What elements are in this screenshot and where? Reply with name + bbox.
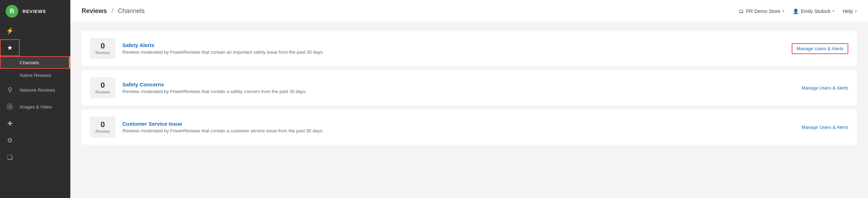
- review-count-number-1: 0: [101, 42, 105, 50]
- sidebar-item-native-reviews[interactable]: Native Reviews: [0, 69, 70, 81]
- search-icon[interactable]: ⚲: [0, 81, 20, 98]
- camera-icon[interactable]: ⓐ: [0, 98, 20, 115]
- store-icon: 🗂: [739, 8, 744, 14]
- breadcrumb-channels: Channels: [118, 7, 145, 14]
- review-count-box-3: 0 Reviews: [90, 117, 115, 138]
- header-right: 🗂 PR Demo Store ▾ 👤 Emily Stulock ▾ Help…: [739, 8, 857, 14]
- user-chevron-icon: ▾: [832, 9, 834, 13]
- review-count-label-2: Reviews: [95, 90, 110, 94]
- sidebar-item-images-video[interactable]: Images & Video: [20, 100, 70, 113]
- channel-name-2[interactable]: Safety Concerns: [122, 81, 794, 87]
- review-count-box-2: 0 Reviews: [90, 77, 115, 98]
- help-menu[interactable]: Help ▾: [843, 8, 857, 14]
- sidebar-item-network-reviews[interactable]: Network Reviews: [20, 84, 70, 96]
- copy-icon[interactable]: ❏: [0, 149, 20, 166]
- breadcrumb-reviews-link[interactable]: Reviews: [82, 7, 107, 14]
- sidebar-row-camera: ⓐ Images & Video: [0, 98, 70, 115]
- help-label: Help: [843, 8, 853, 14]
- channel-desc-2: Reviews moderated by PowerReviews that c…: [122, 89, 794, 94]
- channel-name-1[interactable]: Safety Alerts: [122, 42, 785, 48]
- active-indicator: [69, 56, 70, 69]
- logo-icon: R: [6, 5, 18, 18]
- main-content: Reviews / Channels 🗂 PR Demo Store ▾ 👤 E…: [70, 0, 868, 198]
- channel-card-safety-concerns: 0 Reviews Safety Concerns Reviews modera…: [82, 70, 857, 105]
- manage-btn-2[interactable]: Manage Users & Alerts: [802, 85, 848, 91]
- content-area: 0 Reviews Safety Alerts Reviews moderate…: [70, 22, 868, 198]
- review-count-label-1: Reviews: [95, 51, 110, 55]
- activity-icon[interactable]: ⚡: [0, 22, 20, 39]
- sidebar: R REVIEWS ⚡ ★ Channels: [0, 0, 70, 198]
- user-name: Emily Stulock: [801, 8, 830, 14]
- review-count-number-3: 0: [101, 121, 105, 128]
- user-icon: 👤: [793, 8, 799, 14]
- channel-card-customer-service: 0 Reviews Customer Service Issue Reviews…: [82, 110, 857, 145]
- review-count-number-2: 0: [101, 81, 105, 89]
- sidebar-nav-group-reviews: ★ Channels Native Reviews: [0, 39, 70, 81]
- channel-name-3[interactable]: Customer Service Issue: [122, 121, 794, 127]
- manage-btn-1[interactable]: Manage Users & Alerts: [792, 43, 848, 54]
- sidebar-logo: R REVIEWS: [0, 0, 70, 22]
- store-chevron-icon: ▾: [783, 9, 784, 13]
- review-count-box-1: 0 Reviews: [90, 38, 115, 59]
- channel-info-3: Customer Service Issue Reviews moderated…: [122, 121, 794, 133]
- channel-desc-3: Reviews moderated by PowerReviews that c…: [122, 128, 794, 133]
- sidebar-row-settings: ⚙: [0, 132, 70, 149]
- channel-info-2: Safety Concerns Reviews moderated by Pow…: [122, 81, 794, 94]
- breadcrumb-separator: /: [111, 7, 113, 14]
- channel-info-1: Safety Alerts Reviews moderated by Power…: [122, 42, 785, 55]
- store-name: PR Demo Store: [746, 8, 780, 14]
- sidebar-nav: ⚡ ★ Channels Native Reviews: [0, 22, 70, 198]
- sidebar-row-search: ⚲ Network Reviews: [0, 81, 70, 98]
- sidebar-row-activity: ⚡: [0, 22, 70, 39]
- sidebar-row-star: ★: [0, 39, 70, 56]
- help-chevron-icon: ▾: [855, 9, 857, 13]
- sidebar-item-channels[interactable]: Channels: [0, 56, 70, 69]
- sidebar-row-plus: ✚: [0, 115, 70, 132]
- manage-btn-3[interactable]: Manage Users & Alerts: [802, 125, 848, 130]
- review-count-label-3: Reviews: [95, 129, 110, 133]
- header: Reviews / Channels 🗂 PR Demo Store ▾ 👤 E…: [70, 0, 868, 22]
- star-icon[interactable]: ★: [0, 39, 20, 56]
- settings-icon[interactable]: ⚙: [0, 132, 20, 149]
- user-menu[interactable]: 👤 Emily Stulock ▾: [793, 8, 834, 14]
- plus-icon[interactable]: ✚: [0, 115, 20, 132]
- breadcrumb: Reviews / Channels: [82, 7, 145, 15]
- channel-desc-1: Reviews moderated by PowerReviews that c…: [122, 50, 785, 55]
- sidebar-title: REVIEWS: [23, 9, 46, 14]
- store-selector[interactable]: 🗂 PR Demo Store ▾: [739, 8, 784, 14]
- channel-card-safety-alerts: 0 Reviews Safety Alerts Reviews moderate…: [82, 31, 857, 66]
- sidebar-row-copy: ❏: [0, 149, 70, 166]
